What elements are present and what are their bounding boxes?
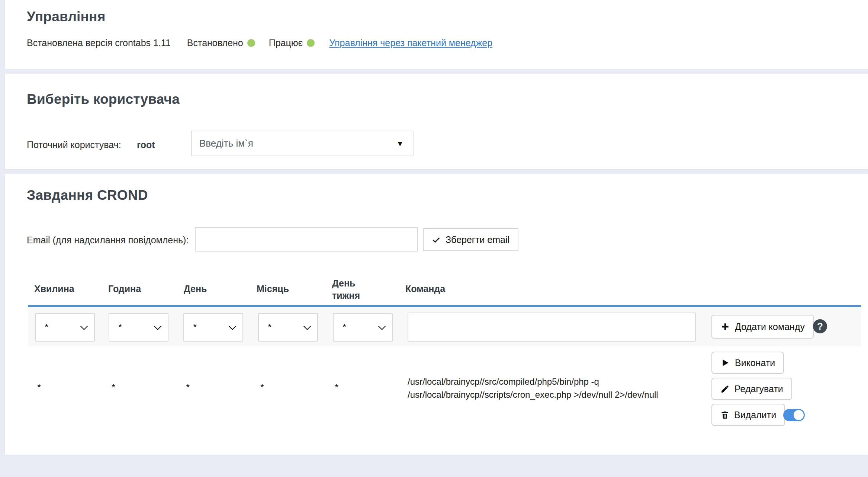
task-month-cell: * (260, 382, 264, 393)
chevron-down-icon (303, 323, 311, 330)
select-user-title: Виберіть користувача (27, 92, 180, 107)
edit-task-button[interactable]: Редагувати (711, 378, 792, 400)
management-panel: Управління Встановлена версія crontabs 1… (5, 0, 868, 69)
package-manager-link[interactable]: Управління через пакетний менеджер (329, 38, 492, 48)
chevron-down-icon (229, 323, 236, 330)
save-email-button[interactable]: Зберегти email (423, 228, 518, 251)
management-title: Управління (27, 9, 105, 25)
save-email-label: Зберегти email (446, 234, 509, 245)
minute-select[interactable]: * (35, 313, 95, 342)
weekday-select[interactable]: * (333, 313, 393, 342)
day-select-value: * (193, 321, 197, 333)
delete-task-label: Видалити (734, 410, 776, 420)
column-header-weekday: День тижня (332, 277, 377, 302)
crond-title: Завдання CROND (27, 188, 148, 203)
chevron-down-icon (80, 323, 88, 330)
check-icon (432, 235, 441, 244)
task-weekday-cell: * (335, 382, 338, 393)
month-select[interactable]: * (258, 313, 318, 342)
column-header-day: День (184, 284, 207, 294)
column-header-command: Команда (405, 284, 445, 294)
month-select-value: * (268, 321, 271, 333)
email-input[interactable] (195, 227, 418, 252)
add-command-button[interactable]: Додати команду (711, 315, 814, 339)
email-label: Email (для надсилання повідомлень): (27, 235, 189, 246)
current-user-label: Поточний користувач: (27, 140, 121, 150)
plus-icon (720, 322, 730, 332)
installed-status-label: Встановлено (187, 38, 243, 48)
caret-down-icon (396, 140, 404, 147)
status-row: Встановлена версія crontabs 1.11 Встанов… (27, 37, 492, 48)
hour-select[interactable]: * (109, 313, 168, 342)
select-user-panel: Виберіть користувача Поточний користувач… (5, 74, 868, 169)
delete-task-button[interactable]: Видалити (711, 404, 785, 426)
installed-status-green-dot-icon (247, 39, 255, 47)
trash-icon (720, 410, 729, 419)
task-minute-cell: * (37, 382, 41, 393)
day-select[interactable]: * (183, 313, 243, 342)
running-status: Працює (269, 38, 315, 48)
column-header-month: Місяць (257, 284, 289, 294)
column-header-hour: Година (108, 284, 141, 294)
minute-select-value: * (45, 321, 48, 333)
weekday-select-value: * (343, 321, 346, 333)
task-command-text: /usr/local/brainycp//src/compiled/php5/b… (408, 375, 710, 401)
current-user-value: root (137, 140, 155, 150)
command-input[interactable] (408, 313, 696, 342)
hour-select-value: * (118, 321, 122, 333)
run-task-button[interactable]: Виконати (711, 352, 784, 374)
running-status-green-dot-icon (307, 39, 315, 47)
installed-status: Встановлено (187, 38, 255, 48)
task-enabled-toggle[interactable] (783, 409, 805, 421)
crond-tasks-panel: Завдання CROND Email (для надсилання пов… (5, 174, 868, 455)
user-select-placeholder: Введіть ім`я (199, 138, 253, 149)
add-command-label: Додати команду (735, 321, 805, 332)
help-icon[interactable]: ? (813, 319, 827, 333)
chevron-down-icon (378, 323, 386, 330)
edit-task-label: Редагувати (734, 384, 783, 394)
play-icon (720, 358, 730, 368)
running-status-label: Працює (269, 38, 303, 48)
installed-version-text: Встановлена версія crontabs 1.11 (27, 38, 171, 48)
task-hour-cell: * (112, 382, 115, 393)
task-day-cell: * (186, 382, 190, 393)
toggle-knob (794, 410, 804, 420)
column-header-minute: Хвилина (34, 284, 74, 294)
chevron-down-icon (154, 323, 161, 330)
pencil-icon (720, 384, 730, 394)
run-task-label: Виконати (735, 358, 775, 368)
user-select-dropdown[interactable]: Введіть ім`я (191, 131, 414, 156)
